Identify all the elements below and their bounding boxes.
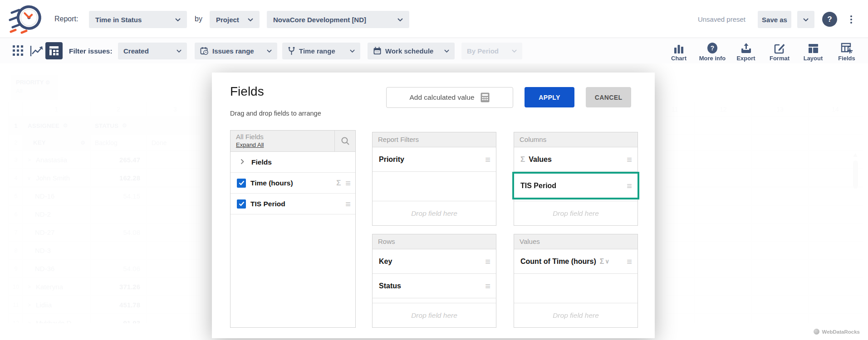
chevron-right-icon [240, 158, 244, 166]
drag-handle-icon[interactable]: ≡ [627, 155, 632, 164]
filter-issues-label: Filter issues: [69, 39, 113, 63]
drag-handle-icon[interactable]: ≡ [485, 257, 490, 266]
drag-handle-icon[interactable]: ≡ [485, 155, 490, 164]
export-icon [740, 41, 752, 54]
dialog-title: Fields [230, 84, 264, 99]
report-label: Report: [54, 0, 78, 38]
edit-icon [774, 41, 785, 54]
chevron-down-icon [507, 49, 517, 53]
value-item-count-of-time[interactable]: Count of Time (hours) Σ∨ ≡ [514, 249, 638, 274]
drag-handle-icon[interactable]: ≡ [345, 179, 351, 188]
filter-issues-dropdown[interactable]: Created [118, 43, 187, 59]
fields-gear-icon [841, 41, 853, 54]
report-type-dropdown[interactable]: Time in Status [89, 11, 187, 28]
drag-handle-icon[interactable]: ≡ [627, 181, 632, 190]
filter-item-priority[interactable]: Priority ≡ [373, 147, 496, 172]
all-fields-header: All Fields Expand All [230, 131, 355, 152]
drag-handle-icon[interactable]: ≡ [345, 199, 351, 209]
app-window: Report: Time in Status by Project NovaCo… [0, 0, 868, 340]
group-by-dropdown[interactable]: Project [210, 11, 260, 28]
row-item-status[interactable]: Status ≡ [373, 274, 496, 298]
report-filters-dropzone[interactable]: Drop field here [373, 201, 496, 225]
calendar-icon [373, 47, 382, 55]
format-action-button[interactable]: Format [765, 39, 794, 62]
content-area: PRIORITY ⚙ All 1 2 3 1 ASSIGNEE⚙ STATUS⚙… [0, 63, 868, 340]
save-as-button[interactable]: Save as [758, 11, 791, 28]
fields-tree-item[interactable]: Fields [230, 152, 355, 173]
svg-text:?: ? [711, 44, 715, 52]
drag-handle-icon[interactable]: ≡ [627, 257, 632, 266]
chevron-down-icon [440, 49, 449, 53]
values-panel: Values Count of Time (hours) Σ∨ ≡ Drop f… [514, 234, 638, 328]
layout-action-button[interactable]: Layout [798, 39, 828, 62]
row-item-key[interactable]: Key ≡ [373, 249, 496, 274]
toolbar: Filter issues: Created Issues range [0, 39, 868, 63]
kebab-menu-icon[interactable] [845, 13, 858, 26]
field-item-tis-period[interactable]: TIS Period ≡ [230, 194, 355, 214]
time-range-dropdown[interactable]: Time range [282, 43, 360, 59]
aggregation-selector[interactable]: Σ∨ [600, 257, 609, 266]
search-icon [341, 136, 350, 146]
checkbox-checked-icon[interactable] [237, 199, 246, 209]
sigma-icon: Σ [336, 179, 341, 188]
branch-icon [288, 47, 295, 55]
export-action-button[interactable]: Export [731, 39, 761, 62]
column-item-tis-period-highlighted[interactable]: TIS Period ≡ [512, 172, 639, 199]
layout-icon [808, 41, 819, 54]
chart-action-button[interactable]: Chart [664, 39, 694, 62]
chevron-down-icon [242, 18, 253, 21]
chevron-down-icon [392, 18, 403, 21]
pivot-view-button[interactable] [45, 42, 63, 59]
more-info-action-button[interactable]: ? More info [697, 39, 727, 62]
drag-handle-icon[interactable]: ≡ [485, 282, 490, 291]
search-button[interactable] [334, 131, 355, 151]
pivot-table-icon [49, 45, 59, 56]
values-dropzone[interactable]: Drop field here [514, 303, 638, 327]
sigma-icon: Σ [520, 155, 525, 164]
project-dropdown[interactable]: NovaCore Development [ND] [267, 11, 409, 28]
chart-view-icon[interactable] [30, 45, 44, 57]
dialog-subtitle: Drag and drop fields to arrange [230, 110, 321, 117]
report-filters-panel: Report Filters Priority ≡ Drop field her… [372, 132, 496, 226]
fields-action-button[interactable]: Fields [832, 39, 862, 62]
chevron-down-icon [345, 49, 355, 53]
chevron-down-icon [170, 18, 181, 21]
apply-button[interactable]: APPLY [525, 87, 574, 107]
issues-range-dropdown[interactable]: Issues range [195, 43, 277, 59]
expand-all-link[interactable]: Expand All [236, 141, 264, 148]
add-calculated-value-button[interactable]: Add calculated value [386, 87, 513, 108]
grid-view-icon[interactable] [12, 45, 24, 57]
calendar-clock-icon [200, 47, 209, 55]
by-label: by [195, 0, 202, 38]
columns-dropzone[interactable]: Drop field here [514, 201, 638, 225]
columns-header: Columns [514, 132, 638, 147]
globe-icon [814, 329, 819, 335]
rows-header: Rows [373, 234, 496, 249]
help-icon[interactable]: ? [822, 12, 837, 27]
webdatarocks-branding: WebDataRocks [814, 329, 860, 335]
rows-dropzone[interactable]: Drop field here [373, 303, 496, 327]
by-period-dropdown: By Period [461, 43, 522, 59]
bar-chart-icon [673, 41, 684, 54]
top-header: Report: Time in Status by Project NovaCo… [0, 0, 868, 38]
chevron-down-icon [262, 49, 272, 53]
report-filters-header: Report Filters [373, 132, 496, 147]
values-header: Values [514, 234, 638, 249]
checkbox-checked-icon[interactable] [237, 179, 246, 188]
cancel-button[interactable]: CANCEL [586, 87, 631, 107]
all-fields-panel: All Fields Expand All Fields [230, 130, 356, 328]
column-item-values[interactable]: Σ Values ≡ [514, 147, 638, 172]
calculator-icon [480, 92, 490, 103]
fields-dialog: Fields Drag and drop fields to arrange A… [212, 73, 655, 338]
toolbar-actions: Chart ? More info Export [664, 39, 862, 62]
field-item-time-hours[interactable]: Time (hours) Σ ≡ [230, 173, 355, 194]
save-as-menu-button[interactable] [797, 11, 814, 28]
question-circle-icon: ? [706, 41, 718, 54]
preset-status: Unsaved preset [698, 0, 745, 38]
rows-panel: Rows Key ≡ Status ≡ Drop field here [372, 234, 496, 328]
chevron-down-icon [172, 49, 181, 53]
columns-panel: Columns Σ Values ≡ TIS Period ≡ Drop fie… [514, 132, 638, 226]
app-logo-icon [8, 3, 44, 35]
work-schedule-dropdown[interactable]: Work schedule [368, 43, 455, 59]
